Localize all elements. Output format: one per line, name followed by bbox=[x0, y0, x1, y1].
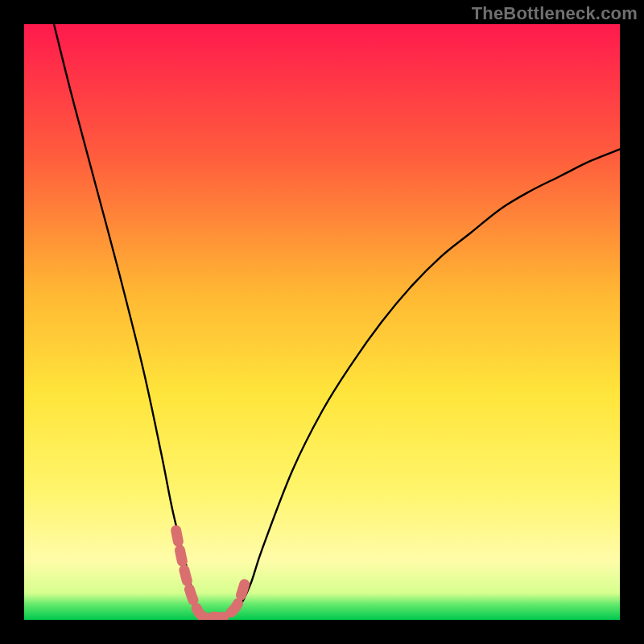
highlight-segment bbox=[176, 530, 245, 617]
bottleneck-curve bbox=[54, 24, 620, 618]
curve-layer bbox=[24, 24, 620, 620]
chart-stage: TheBottleneck.com bbox=[0, 0, 644, 644]
plot-area bbox=[24, 24, 620, 620]
watermark-text: TheBottleneck.com bbox=[472, 3, 638, 24]
